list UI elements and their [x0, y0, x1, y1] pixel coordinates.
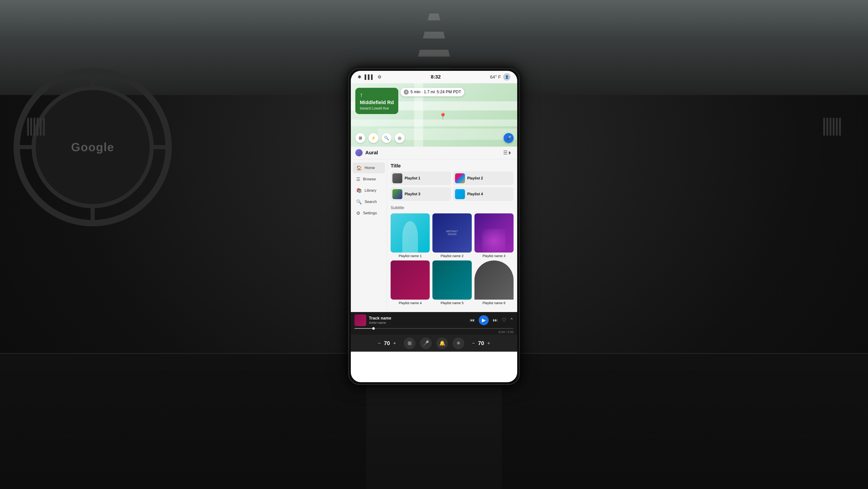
queue-icon[interactable]: ☰⏵	[503, 150, 513, 155]
playlist-large-thumb-4	[391, 260, 430, 299]
playlist-large-thumb-6	[474, 260, 514, 299]
sidebar-search-label: Search	[365, 200, 377, 204]
section-title: Title	[391, 163, 514, 169]
like-button[interactable]: ♡	[502, 317, 506, 323]
progress-dot	[372, 327, 375, 330]
nav-eta-label: 5 min · 1.7 mi	[410, 90, 435, 94]
status-time: 8:32	[431, 74, 441, 80]
bottom-icons: ⊞ 🎤 🔔 ✳	[404, 337, 464, 349]
now-playing-track: Track name	[369, 316, 466, 321]
device-screen: ✱ ▌▌▌ ⚙ 8:32 64° F 👤 📍	[351, 71, 517, 382]
mic-button[interactable]: 🎤	[504, 133, 514, 143]
app-logo	[355, 149, 363, 156]
bell-icon-button[interactable]: 🔔	[436, 337, 448, 349]
search-icon: 🔍	[356, 199, 362, 205]
car-brand-label: Google	[71, 140, 114, 154]
playlist-large-title-3: Playlist name 3	[474, 254, 514, 258]
playlist-large-title-6: Playlist name 6	[474, 301, 514, 305]
now-playing-bar: Track name Artist name ⏮ ▶ ⏭ ♡ ⌃	[351, 312, 517, 335]
playlist-large-item-3[interactable]: Playlist name 3	[474, 213, 514, 258]
volume-left-plus[interactable]: +	[392, 339, 397, 347]
playlist-large-title-1: Playlist name 1	[391, 254, 430, 258]
nav-street-label: Middlefield Rd	[360, 99, 394, 106]
app-header-right: ☰⏵	[503, 150, 513, 156]
playlist-large-item-6[interactable]: Playlist name 6	[474, 260, 514, 305]
expand-button[interactable]: ⌃	[509, 317, 514, 323]
volume-right-control: − 70 +	[471, 339, 491, 347]
playlist-thumb-3	[393, 189, 402, 199]
temperature-label: 64° F	[490, 75, 501, 80]
volume-right-minus[interactable]: −	[471, 339, 476, 347]
mic-icon-button[interactable]: 🎤	[420, 337, 432, 349]
nav-toward-label: toward Lowell Ave	[360, 106, 394, 110]
playlist-large-title-5: Playlist name 5	[432, 301, 471, 305]
sidebar-item-settings[interactable]: ⚙ Settings	[352, 208, 385, 219]
playlist-large-thumb-2: ABSTRACTDESIGN	[432, 213, 471, 253]
volume-right-value: 70	[478, 340, 484, 346]
map-pin-icon: 📍	[439, 113, 447, 120]
play-pause-button[interactable]: ▶	[479, 315, 489, 325]
left-vent	[27, 118, 45, 136]
now-playing-info: Track name Artist name	[369, 316, 466, 324]
settings-nav-icon: ⚙	[356, 210, 360, 216]
playlist-large-title-4: Playlist name 4	[391, 301, 430, 305]
playlist-item-4[interactable]: Playlist 4	[453, 188, 514, 201]
playlist-item-2[interactable]: Playlist 2	[453, 172, 514, 185]
nav-info-bar[interactable]: ✕ 5 min · 1.7 mi 5:24 PM PDT	[401, 88, 464, 96]
map-search-button[interactable]: 🔍	[381, 133, 392, 143]
volume-left-minus[interactable]: −	[377, 339, 382, 347]
nav-arrival-label: 5:24 PM PDT	[437, 90, 461, 94]
playlist-item-1[interactable]: Playlist 1	[391, 172, 451, 185]
device: ✱ ▌▌▌ ⚙ 8:32 64° F 👤 📍	[348, 68, 520, 385]
playlist-title-4: Playlist 4	[467, 192, 483, 196]
star-icon-button[interactable]: ✳	[453, 337, 464, 349]
playlist-large-item-5[interactable]: Playlist name 5	[432, 260, 471, 305]
status-right: 64° F 👤	[490, 73, 510, 81]
sidebar-item-search[interactable]: 🔍 Search	[352, 196, 385, 207]
playlist-title-2: Playlist 2	[467, 176, 483, 180]
map-filter-button[interactable]: ⚡	[368, 133, 378, 143]
sidebar-item-browse[interactable]: ☰ Browse	[352, 174, 385, 185]
playlist-large-item-1[interactable]: Playlist name 1	[391, 213, 430, 258]
bluetooth-icon: ✱	[358, 74, 362, 80]
library-icon: 📚	[356, 188, 362, 193]
sidebar-item-home[interactable]: 🏠 Home	[352, 163, 385, 173]
volume-right-plus[interactable]: +	[487, 339, 491, 347]
browse-icon: ☰	[356, 176, 360, 182]
sidebar-browse-label: Browse	[363, 177, 376, 181]
playlist-large-thumb-5	[432, 260, 471, 299]
now-playing-main: Track name Artist name ⏮ ▶ ⏭ ♡ ⌃	[354, 312, 514, 328]
playback-time: 0:24 / 3:33	[354, 330, 514, 334]
time-total: 3:33	[507, 330, 514, 334]
map-road-2	[351, 119, 517, 126]
nav-close-button[interactable]: ✕	[404, 90, 409, 94]
app-content: Aural ☰⏵ 🏠 Home ☰ B	[351, 147, 517, 352]
sidebar-library-label: Library	[365, 188, 376, 193]
sidebar-settings-label: Settings	[363, 211, 377, 215]
playlist-large-item-4[interactable]: Playlist name 4	[391, 260, 430, 305]
now-playing-controls: ⏮ ▶ ⏭ ♡ ⌃	[469, 315, 514, 325]
playlist-thumb-1	[393, 173, 402, 183]
status-left-icons: ✱ ▌▌▌ ⚙	[358, 74, 381, 80]
playlist-grid-large: Playlist name 1 ABSTRACTDESIGN Playlist …	[391, 213, 514, 305]
map-layers-button[interactable]: ⊞	[355, 133, 365, 143]
skip-back-button[interactable]: ⏮	[469, 316, 475, 324]
playlist-thumb-2	[455, 173, 465, 183]
settings-icon: ⚙	[377, 74, 381, 80]
playlist-large-title-2: Playlist name 2	[432, 254, 471, 258]
grid-icon-button[interactable]: ⊞	[404, 337, 415, 349]
sidebar: 🏠 Home ☰ Browse 📚 Library 🔍	[351, 159, 387, 312]
signal-icon: ▌▌▌	[365, 75, 374, 80]
playlist-large-item-2[interactable]: ABSTRACTDESIGN Playlist name 2	[432, 213, 471, 258]
bottom-bar: − 70 + ⊞ 🎤 🔔 ✳ − 70 +	[351, 335, 517, 352]
map-location-button[interactable]: ◎	[395, 133, 405, 143]
playlist-item-3[interactable]: Playlist 3	[391, 188, 451, 201]
avatar[interactable]: 👤	[503, 73, 510, 81]
sidebar-item-library[interactable]: 📚 Library	[352, 185, 385, 196]
volume-left-control: − 70 +	[377, 339, 397, 347]
progress-bar[interactable]	[354, 328, 514, 329]
steering-wheel: Google	[13, 68, 172, 226]
time-display: 0:24 / 3:33	[499, 330, 514, 334]
skip-forward-button[interactable]: ⏭	[492, 316, 499, 324]
time-current: 0:24	[499, 330, 505, 334]
